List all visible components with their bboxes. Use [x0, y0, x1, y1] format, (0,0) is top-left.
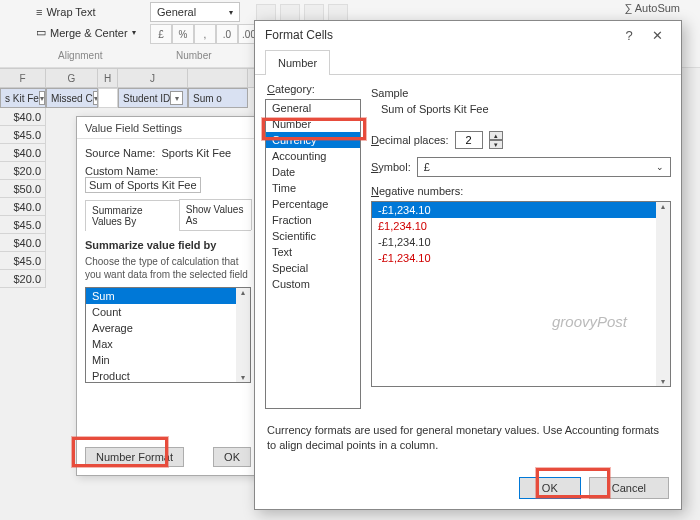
- header-kitfee-label: s Kit Fe: [5, 93, 39, 104]
- list-item[interactable]: Min: [86, 352, 250, 368]
- decimal-places-input[interactable]: [455, 131, 483, 149]
- list-item[interactable]: Count: [86, 304, 250, 320]
- list-item[interactable]: Accounting: [266, 148, 360, 164]
- scrollbar[interactable]: ▴▾: [656, 202, 670, 386]
- cell[interactable]: $40.0: [0, 234, 46, 252]
- list-item[interactable]: Percentage: [266, 196, 360, 212]
- tab-number[interactable]: Number: [265, 50, 330, 75]
- symbol-value: £: [424, 161, 430, 173]
- source-name-value: Sports Kit Fee: [161, 147, 231, 159]
- chevron-down-icon[interactable]: ▾: [661, 377, 665, 386]
- scrollbar[interactable]: ▴▾: [236, 288, 250, 382]
- spin-down-icon[interactable]: ▾: [489, 140, 503, 149]
- group-label-alignment: Alignment: [58, 50, 102, 61]
- list-item[interactable]: General: [266, 100, 360, 116]
- list-item[interactable]: Product: [86, 368, 250, 383]
- cell[interactable]: $40.0: [0, 108, 46, 126]
- cancel-button[interactable]: Cancel: [589, 477, 669, 499]
- fmt-titlebar: Format Cells ? ✕: [255, 21, 681, 49]
- merge-center-button[interactable]: ▭ Merge & Center ▾: [30, 24, 142, 41]
- ok-button[interactable]: OK: [519, 477, 581, 499]
- currency-format-button[interactable]: £: [150, 24, 172, 44]
- percent-format-button[interactable]: %: [172, 24, 194, 44]
- symbol-label: Symbol:: [371, 161, 411, 173]
- cell[interactable]: $50.0: [0, 180, 46, 198]
- group-label-number: Number: [176, 50, 212, 61]
- tab-summarize[interactable]: Summarize Values By: [85, 200, 180, 231]
- list-item[interactable]: Fraction: [266, 212, 360, 228]
- col-J[interactable]: J: [118, 69, 188, 87]
- header-kitfee[interactable]: s Kit Fe▾: [0, 88, 46, 108]
- list-item[interactable]: -£1,234.10: [372, 234, 670, 250]
- autosum-button[interactable]: ∑ AutoSum: [624, 2, 680, 14]
- autosum-label: AutoSum: [635, 2, 680, 14]
- list-item[interactable]: Scientific: [266, 228, 360, 244]
- list-item[interactable]: -£1,234.10: [372, 202, 670, 218]
- number-mini-buttons: £ % , .0 .00: [150, 24, 260, 44]
- cell[interactable]: $20.0: [0, 270, 46, 288]
- header-sum-label: Sum o: [193, 93, 222, 104]
- cell[interactable]: $45.0: [0, 252, 46, 270]
- pivot-headers: s Kit Fe▾ Missed C▾ Student ID▾ Sum o: [0, 88, 260, 108]
- list-item[interactable]: Time: [266, 180, 360, 196]
- number-format-value: General: [157, 6, 196, 18]
- list-item[interactable]: Text: [266, 244, 360, 260]
- custom-name-value[interactable]: Sum of Sports Kit Fee: [85, 177, 201, 193]
- chevron-down-icon[interactable]: ▾: [241, 373, 245, 382]
- col-H[interactable]: H: [98, 69, 118, 87]
- cell[interactable]: $45.0: [0, 216, 46, 234]
- number-format-dropdown[interactable]: General ▾: [150, 2, 240, 22]
- tab-show-as[interactable]: Show Values As: [179, 199, 252, 230]
- header-blank: [98, 88, 118, 108]
- category-list[interactable]: General Number Currency Accounting Date …: [265, 99, 361, 409]
- list-item[interactable]: Sum: [86, 288, 250, 304]
- wrap-text-label: Wrap Text: [46, 6, 95, 18]
- decimal-places-label: Decimal places:: [371, 134, 449, 146]
- header-student-label: Student ID: [123, 93, 170, 104]
- ok-button[interactable]: OK: [213, 447, 251, 467]
- filter-icon[interactable]: ▾: [39, 91, 45, 105]
- list-item[interactable]: Custom: [266, 276, 360, 292]
- col-G[interactable]: G: [46, 69, 98, 87]
- col-F[interactable]: F: [0, 69, 46, 87]
- symbol-select[interactable]: £ ⌄: [417, 157, 671, 177]
- category-label: Category:: [267, 83, 315, 95]
- help-button[interactable]: ?: [615, 24, 643, 46]
- vfs-title: Value Field Settings: [77, 117, 259, 139]
- merge-icon: ▭: [36, 26, 46, 39]
- col-K[interactable]: [188, 69, 248, 87]
- header-missed[interactable]: Missed C▾: [46, 88, 98, 108]
- chevron-down-icon: ⌄: [656, 162, 664, 172]
- fmt-title: Format Cells: [265, 28, 333, 42]
- list-item[interactable]: Average: [86, 320, 250, 336]
- header-sum[interactable]: Sum o: [188, 88, 248, 108]
- filter-icon[interactable]: ▾: [170, 91, 183, 105]
- watermark: groovyPost: [552, 313, 627, 330]
- list-item[interactable]: Max: [86, 336, 250, 352]
- cell[interactable]: $20.0: [0, 162, 46, 180]
- sample-label: Sample: [371, 87, 671, 99]
- fmt-tabs: Number: [255, 49, 681, 75]
- list-item[interactable]: Date: [266, 164, 360, 180]
- list-item[interactable]: Number: [266, 116, 360, 132]
- close-button[interactable]: ✕: [643, 24, 671, 46]
- source-name-label: Source Name:: [85, 147, 155, 159]
- wrap-text-button[interactable]: ≡ Wrap Text: [30, 4, 102, 20]
- number-format-button[interactable]: Number Format: [85, 447, 184, 467]
- cell[interactable]: $40.0: [0, 198, 46, 216]
- chevron-up-icon[interactable]: ▴: [241, 288, 245, 297]
- cell[interactable]: $45.0: [0, 126, 46, 144]
- comma-format-button[interactable]: ,: [194, 24, 216, 44]
- list-item[interactable]: -£1,234.10: [372, 250, 670, 266]
- header-student[interactable]: Student ID▾: [118, 88, 188, 108]
- increase-decimal-button[interactable]: .0: [216, 24, 238, 44]
- cell[interactable]: $40.0: [0, 144, 46, 162]
- chevron-up-icon[interactable]: ▴: [661, 202, 665, 211]
- negative-numbers-list[interactable]: -£1,234.10 £1,234.10 -£1,234.10 -£1,234.…: [371, 201, 671, 387]
- list-item[interactable]: Currency: [266, 132, 360, 148]
- custom-name-label: Custom Name:: [85, 165, 158, 177]
- summarize-function-list[interactable]: Sum Count Average Max Min Product ▴▾: [85, 287, 251, 383]
- spin-up-icon[interactable]: ▴: [489, 131, 503, 140]
- list-item[interactable]: Special: [266, 260, 360, 276]
- list-item[interactable]: £1,234.10: [372, 218, 670, 234]
